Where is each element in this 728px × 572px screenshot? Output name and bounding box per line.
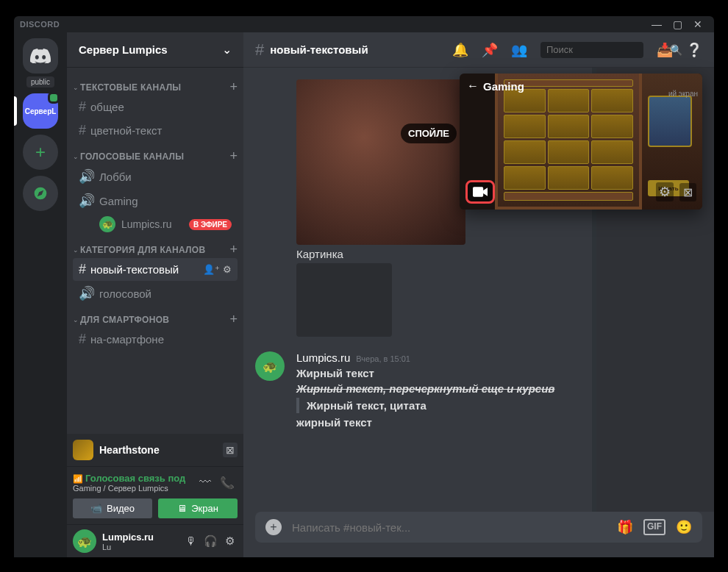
channel-sidebar: Сервер Lumpics ⌄ ⌄ ТЕКСТОВЫЕ КАНАЛЫ + # … bbox=[67, 32, 243, 557]
server-name: Сервер Lumpics bbox=[79, 43, 168, 56]
search-box[interactable]: 🔍 bbox=[540, 42, 643, 58]
speaker-icon: 🔊 bbox=[79, 168, 95, 185]
help-button[interactable]: ❔ bbox=[686, 42, 702, 58]
close-button[interactable]: ✕ bbox=[688, 16, 708, 32]
hash-icon: # bbox=[79, 99, 86, 115]
chevron-down-icon: ⌄ bbox=[222, 43, 232, 57]
speaker-icon: 🔊 bbox=[79, 193, 95, 209]
category-smartphones[interactable]: ⌄ ДЛЯ СМАРТФОНОВ + bbox=[67, 306, 243, 327]
category-voice[interactable]: ⌄ ГОЛОСОВЫЕ КАНАЛЫ + bbox=[67, 143, 243, 164]
server-header[interactable]: Сервер Lumpics ⌄ bbox=[67, 32, 243, 68]
compass-icon bbox=[33, 186, 48, 201]
inbox-button[interactable]: 📥 bbox=[657, 42, 673, 58]
user-panel: 🐢 Lumpics.ru Lu 🎙 🎧 ⚙ bbox=[67, 525, 243, 557]
explore-button[interactable] bbox=[23, 176, 58, 211]
screen-icon: 🖥 bbox=[177, 503, 187, 514]
category-channels[interactable]: ⌄ КАТЕГОРИЯ ДЛЯ КАНАЛОВ + bbox=[67, 236, 243, 257]
chat-header: # новый-текстовый 🔔 📌 👥 🔍 📥 ❔ bbox=[243, 32, 714, 68]
emoji-button[interactable]: 🙂 bbox=[676, 519, 692, 535]
voice-channel-item[interactable]: 🔊 Лобби bbox=[73, 165, 238, 188]
message-input-area: + 🎁 GIF 🙂 bbox=[243, 512, 714, 557]
pip-settings-button[interactable]: ⚙ bbox=[656, 182, 674, 201]
channel-item[interactable]: # общее bbox=[73, 96, 238, 118]
voice-participant[interactable]: 🐢 Lumpics.ru В ЭФИРЕ bbox=[73, 213, 238, 235]
channel-item[interactable]: # на-смартфоне bbox=[73, 328, 238, 351]
avatar[interactable]: 🐢 bbox=[255, 351, 285, 381]
back-button[interactable]: ← bbox=[467, 79, 479, 93]
add-channel-button[interactable]: + bbox=[229, 149, 238, 164]
message: 🐢 Lumpics.ru Вчера, в 15:01 Жирный текст… bbox=[255, 348, 580, 436]
game-icon bbox=[73, 440, 93, 460]
camera-icon bbox=[473, 187, 488, 197]
voice-channel-item[interactable]: 🔊 голосовой bbox=[73, 282, 238, 305]
live-badge: В ЭФИРЕ bbox=[189, 219, 232, 230]
add-server-button[interactable]: + bbox=[23, 135, 58, 170]
server-icon[interactable]: СерверL bbox=[23, 93, 58, 129]
titlebar: DISCORD — ▢ ✕ bbox=[14, 16, 714, 32]
channel-title: новый-текстовый bbox=[270, 43, 452, 56]
channel-item[interactable]: # цветной-текст bbox=[73, 119, 238, 142]
message-time: Вчера, в 15:01 bbox=[356, 354, 410, 363]
pip-close-button[interactable]: ⊠ bbox=[679, 183, 696, 201]
guilds-sidebar: public СерверL + bbox=[14, 32, 67, 557]
message-author[interactable]: Lumpics.ru bbox=[296, 351, 350, 364]
public-label: public bbox=[26, 76, 54, 87]
message-input[interactable] bbox=[292, 521, 607, 534]
search-input[interactable] bbox=[546, 44, 670, 55]
camera-toggle-button[interactable] bbox=[465, 180, 495, 204]
discord-icon bbox=[30, 49, 51, 63]
gift-button[interactable]: 🎁 bbox=[617, 519, 633, 535]
minimize-button[interactable]: — bbox=[646, 16, 667, 32]
maximize-button[interactable]: ▢ bbox=[667, 16, 688, 32]
chevron-down-icon: ⌄ bbox=[73, 316, 79, 323]
add-channel-button[interactable]: + bbox=[229, 242, 238, 257]
image-placeholder[interactable] bbox=[296, 263, 392, 337]
stop-stream-button[interactable]: ⊠ bbox=[223, 443, 238, 457]
pins-button[interactable]: 📌 bbox=[482, 42, 498, 58]
settings-button[interactable]: ⚙ bbox=[222, 532, 238, 551]
voice-channel-item[interactable]: 🔊 Gaming bbox=[73, 189, 238, 212]
chevron-down-icon: ⌄ bbox=[73, 246, 79, 254]
hash-icon: # bbox=[255, 40, 264, 60]
enlarge-label: ий экран bbox=[668, 90, 698, 98]
voice-panel: 📶 Голосовая связь под Gaming / Сервер Lu… bbox=[67, 467, 243, 525]
activity-panel: Hearthstone ⊠ bbox=[67, 434, 243, 467]
gif-button[interactable]: GIF bbox=[643, 519, 665, 535]
app-logo: DISCORD bbox=[20, 20, 60, 29]
spoiler-image[interactable]: СПОЙЛЕ bbox=[296, 79, 465, 245]
hash-icon: # bbox=[79, 123, 86, 138]
home-button[interactable] bbox=[23, 38, 58, 74]
add-channel-button[interactable]: + bbox=[229, 79, 238, 95]
chevron-down-icon: ⌄ bbox=[73, 84, 79, 91]
hash-icon: # bbox=[79, 262, 86, 277]
pip-title: Gaming bbox=[483, 80, 524, 93]
add-channel-button[interactable]: + bbox=[229, 312, 238, 327]
avatar: 🐢 bbox=[99, 216, 115, 232]
chevron-down-icon: ⌄ bbox=[73, 153, 79, 160]
chat-content: # новый-текстовый 🔔 📌 👥 🔍 📥 ❔ bbox=[243, 32, 714, 557]
noise-suppression-button[interactable]: 〰 bbox=[196, 473, 214, 493]
pip-window[interactable]: ← Gaming ий экран Играть bbox=[460, 74, 702, 210]
status-indicator bbox=[48, 92, 60, 104]
camera-icon: 📹 bbox=[90, 503, 102, 514]
disconnect-button[interactable]: 📞 bbox=[217, 473, 238, 493]
speaker-icon: 🔊 bbox=[79, 285, 95, 301]
spoiler-badge: СПОЙЛЕ bbox=[401, 124, 457, 143]
avatar[interactable]: 🐢 bbox=[73, 529, 96, 553]
channel-item-active[interactable]: # новый-текстовый 👤⁺ ⚙ bbox=[73, 258, 238, 281]
image-caption: Картинка bbox=[296, 248, 580, 260]
settings-icon[interactable]: ⚙ bbox=[223, 264, 232, 275]
attach-button[interactable]: + bbox=[265, 519, 282, 535]
message-text: Жирный текст Жирный текст, перечеркнутый… bbox=[296, 365, 580, 430]
voice-status: 📶 Голосовая связь под bbox=[73, 473, 196, 484]
mute-button[interactable]: 🎙 bbox=[182, 532, 199, 551]
deafen-button[interactable]: 🎧 bbox=[201, 532, 221, 551]
screen-share-button[interactable]: 🖥 Экран bbox=[158, 498, 238, 518]
invite-icon[interactable]: 👤⁺ bbox=[203, 264, 220, 275]
video-button[interactable]: 📹 Видео bbox=[73, 498, 152, 518]
category-text[interactable]: ⌄ ТЕКСТОВЫЕ КАНАЛЫ + bbox=[67, 74, 243, 95]
notifications-button[interactable]: 🔔 bbox=[452, 42, 468, 58]
members-button[interactable]: 👥 bbox=[511, 42, 527, 58]
hash-icon: # bbox=[79, 332, 86, 347]
